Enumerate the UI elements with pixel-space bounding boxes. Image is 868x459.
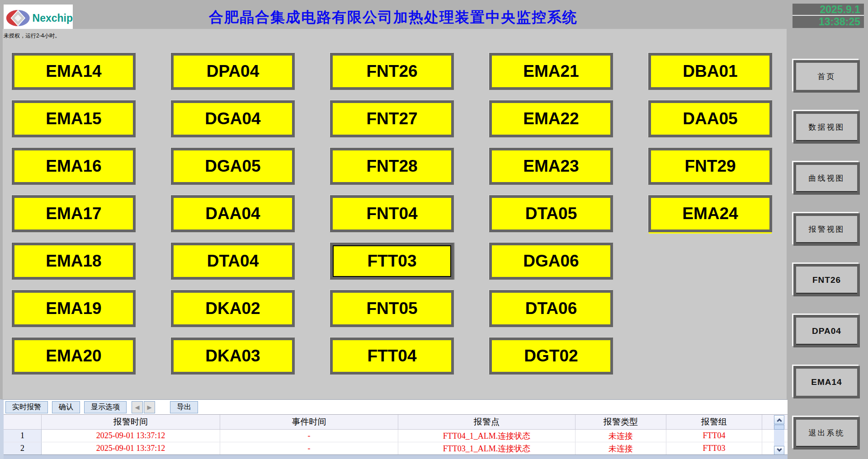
alarm-table-scrollbar[interactable] <box>774 415 784 455</box>
equipment-button-ema18[interactable]: EMA18 <box>12 243 136 280</box>
equipment-button-dta06[interactable]: DTA06 <box>489 290 613 327</box>
equipment-button-dgt02[interactable]: DGT02 <box>489 337 613 375</box>
equipment-button-daa05[interactable]: DAA05 <box>648 100 772 137</box>
sidebar-button-曲线视图[interactable]: 曲线视图 <box>793 162 860 195</box>
equipment-button-label: DBA01 <box>683 62 737 81</box>
equipment-button-daa04[interactable]: DAA04 <box>171 195 295 232</box>
alarm-cell: 2025-09-01 13:37:12 <box>42 430 220 442</box>
acknowledge-button[interactable]: 确认 <box>52 401 80 413</box>
prev-page-icon[interactable]: ◀ <box>132 401 143 413</box>
equipment-button-dga04[interactable]: DGA04 <box>171 100 295 137</box>
equipment-button-fnt04[interactable]: FNT04 <box>330 195 454 232</box>
equipment-button-label: EMA20 <box>46 347 101 365</box>
scroll-up-button[interactable] <box>774 415 784 424</box>
header-cell-5: 报警组 <box>666 415 762 429</box>
equipment-button-label: FNT26 <box>366 62 417 81</box>
alarm-cell: 2025-09-01 13:37:12 <box>42 442 220 454</box>
realtime-alarm-button[interactable]: 实时报警 <box>5 401 48 413</box>
equipment-button-label: DTA06 <box>525 299 577 318</box>
datetime-display: 2025.9.1 13:38:25 <box>793 4 864 28</box>
equipment-button-fnt05[interactable]: FNT05 <box>330 290 454 327</box>
header-cell-2: 事件时间 <box>220 415 398 429</box>
equipment-button-ema22[interactable]: EMA22 <box>489 100 613 137</box>
equipment-button-ema15[interactable]: EMA15 <box>12 100 136 137</box>
sidebar-button-label: FNT26 <box>812 275 841 285</box>
page-title: 合肥晶合集成电路有限公司加热处理装置中央监控系统 <box>0 8 787 28</box>
equipment-button-ema23[interactable]: EMA23 <box>489 148 613 185</box>
sidebar-button-报警视图[interactable]: 报警视图 <box>793 213 860 246</box>
alarm-cell: FTT04 <box>666 430 762 442</box>
alarm-cell: FTT03 <box>666 442 762 454</box>
alarm-row-number: 1 <box>4 430 42 442</box>
equipment-button-dga05[interactable]: DGA05 <box>171 148 295 185</box>
equipment-grid: EMA14 DPA04 FNT26 EMA21 DBA01 EMA15 DGA0… <box>12 53 772 375</box>
sidebar-button-label: 报警视图 <box>809 224 845 234</box>
scroll-down-button[interactable] <box>774 446 784 455</box>
equipment-button-ema17[interactable]: EMA17 <box>12 195 136 232</box>
equipment-button-label: FTT04 <box>368 347 417 365</box>
equipment-button-ftt04[interactable]: FTT04 <box>330 337 454 375</box>
equipment-button-ema14[interactable]: EMA14 <box>12 53 136 90</box>
equipment-button-dga06[interactable]: DGA06 <box>489 243 613 280</box>
equipment-button-dka02[interactable]: DKA02 <box>171 290 295 327</box>
sidebar-button-退出系统[interactable]: 退出系统 <box>793 417 860 450</box>
export-button[interactable]: 导出 <box>170 401 198 413</box>
alarm-row-1[interactable]: 12025-09-01 13:37:12-FTT04_1_ALM.连接状态未连接… <box>4 430 788 442</box>
equipment-button-label: DGT02 <box>524 347 578 365</box>
equipment-button-fnt27[interactable]: FNT27 <box>330 100 454 137</box>
time-display: 13:38:25 <box>793 16 864 28</box>
equipment-button-ema19[interactable]: EMA19 <box>12 290 136 327</box>
equipment-button-label: FNT28 <box>366 157 417 176</box>
next-page-icon[interactable]: ▶ <box>144 401 155 413</box>
header-cell-rownum <box>4 415 42 429</box>
equipment-button-label: FNT05 <box>366 299 417 318</box>
equipment-button-label: EMA15 <box>46 109 101 128</box>
display-options-button[interactable]: 显示选项 <box>84 401 127 413</box>
scrollbar-track[interactable] <box>774 430 784 446</box>
equipment-button-label: DAA05 <box>683 109 737 128</box>
equipment-button-dpa04[interactable]: DPA04 <box>171 53 295 90</box>
equipment-button-fnt28[interactable]: FNT28 <box>330 148 454 185</box>
sidebar-button-ema14[interactable]: EMA14 <box>793 366 860 398</box>
header-cell-4: 报警类型 <box>576 415 666 429</box>
equipment-button-label: DGA06 <box>523 252 579 271</box>
alarm-panel-bottom-frame <box>4 454 788 459</box>
equipment-button-fnt26[interactable]: FNT26 <box>330 53 454 90</box>
equipment-button-label: FNT04 <box>366 204 417 223</box>
date-display: 2025.9.1 <box>793 4 864 16</box>
sidebar-button-dpa04[interactable]: DPA04 <box>793 315 860 347</box>
page-arrows: ◀ ▶ <box>132 401 155 413</box>
equipment-button-fnt29[interactable]: FNT29 <box>648 148 772 185</box>
sidebar-button-fnt26[interactable]: FNT26 <box>793 264 860 296</box>
header-cell-3: 报警点 <box>398 415 576 429</box>
equipment-button-dta05[interactable]: DTA05 <box>489 195 613 232</box>
scrollbar-thumb[interactable] <box>774 425 784 430</box>
sidebar-button-数据视图[interactable]: 数据视图 <box>793 111 860 144</box>
sidebar-button-label: EMA14 <box>811 377 842 387</box>
alarm-cell: - <box>220 430 398 442</box>
equipment-button-dka03[interactable]: DKA03 <box>171 337 295 375</box>
equipment-button-dba01[interactable]: DBA01 <box>648 53 772 90</box>
equipment-button-dta04[interactable]: DTA04 <box>171 243 295 280</box>
equipment-button-ema24[interactable]: EMA24 <box>648 195 772 232</box>
equipment-button-label: EMA18 <box>46 252 101 271</box>
alarm-row-number: 2 <box>4 442 42 454</box>
alarm-toolbar: 实时报警 确认 显示选项 ◀ ▶ 导出 <box>4 400 788 414</box>
equipment-button-ema16[interactable]: EMA16 <box>12 148 136 185</box>
equipment-button-ftt03[interactable]: FTT03 <box>330 243 454 280</box>
equipment-button-label: DPA04 <box>207 62 259 81</box>
alarm-cell: FTT03_1_ALM.连接状态 <box>398 442 576 454</box>
equipment-button-label: DKA02 <box>205 299 260 318</box>
alarm-panel: 实时报警 确认 显示选项 ◀ ▶ 导出 报警时间事件时间报警点报警类型报警组 1… <box>0 399 788 459</box>
equipment-button-ema21[interactable]: EMA21 <box>489 53 613 90</box>
sidebar-button-首页[interactable]: 首页 <box>793 60 860 93</box>
equipment-button-label: EMA14 <box>46 62 101 81</box>
equipment-button-label: EMA17 <box>46 204 101 223</box>
equipment-button-ema20[interactable]: EMA20 <box>12 337 136 375</box>
equipment-button-label: FTT03 <box>368 252 417 271</box>
sidebar-button-label: 曲线视图 <box>809 173 845 183</box>
alarm-row-2[interactable]: 22025-09-01 13:37:12-FTT03_1_ALM.连接状态未连接… <box>4 442 788 455</box>
sidebar-button-label: DPA04 <box>812 326 841 336</box>
alarm-cell: 未连接 <box>576 430 666 442</box>
equipment-button-label: DTA04 <box>207 252 259 271</box>
